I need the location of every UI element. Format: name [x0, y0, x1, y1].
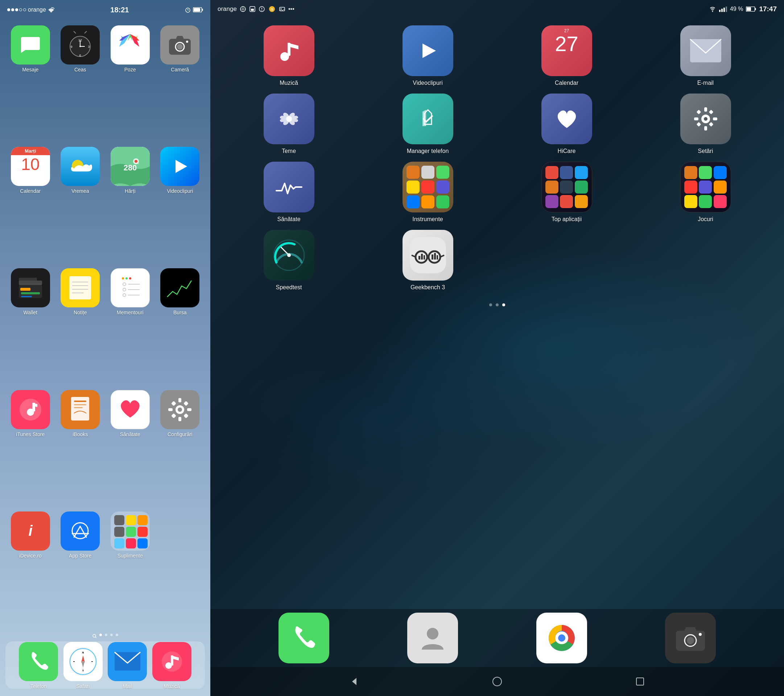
- android-app-geekbench[interactable]: Geekbench 3: [364, 230, 492, 291]
- android-app-setari[interactable]: Setări: [641, 94, 769, 155]
- android-wifi-icon: [709, 6, 716, 12]
- ios-carrier: orange: [28, 7, 46, 13]
- android-row-4: Speedtest: [225, 230, 769, 291]
- svg-point-48: [125, 277, 128, 280]
- android-recents-btn[interactable]: [635, 676, 645, 686]
- android-dock-chrome[interactable]: [536, 613, 587, 663]
- page-dot-1[interactable]: [99, 633, 102, 636]
- android-app-manager[interactable]: Manager telefon: [364, 94, 492, 155]
- ios-app-icon-configurari: [160, 390, 199, 429]
- ios-app-icon-vremea: [61, 147, 100, 186]
- ios-page-dots: [0, 630, 210, 642]
- android-status-left: orange G •••: [217, 5, 295, 13]
- ios-app-wallet[interactable]: Wallet: [7, 268, 54, 380]
- ios-app-sanatate[interactable]: Sănătate: [107, 390, 153, 501]
- page-dot-4[interactable]: [116, 633, 118, 636]
- android-icon-manager: [402, 94, 453, 144]
- svg-rect-130: [418, 256, 420, 260]
- ios-app-camera[interactable]: Cameră: [157, 25, 203, 137]
- ios-app-label-notite: Notițe: [74, 309, 87, 315]
- android-app-instrumente[interactable]: Instrumente: [364, 162, 492, 222]
- android-app-speedtest[interactable]: Speedtest: [225, 230, 353, 291]
- ios-app-notite[interactable]: Notițe: [57, 268, 104, 380]
- ios-app-vremea[interactable]: Vremea: [57, 147, 104, 258]
- android-page-dots: [225, 298, 769, 312]
- ios-app-suplimente[interactable]: Suplimente: [107, 512, 153, 623]
- ios-app-appstore[interactable]: App Store: [57, 512, 104, 623]
- svg-line-73: [80, 527, 86, 537]
- android-icon-muzica: [264, 25, 315, 76]
- svg-text:i: i: [28, 523, 33, 539]
- android-dock-telefon[interactable]: [278, 613, 329, 663]
- svg-rect-50: [165, 273, 194, 302]
- svg-rect-61: [178, 398, 181, 402]
- android-dock-contacts[interactable]: [407, 613, 458, 663]
- ios-screen: orange 18:21 Mesaje: [0, 0, 210, 696]
- ios-dock-safari[interactable]: N S Safari: [63, 642, 103, 689]
- svg-point-27: [135, 160, 137, 163]
- android-more-dots: •••: [288, 6, 295, 12]
- ios-app-icon-wallet: [11, 268, 50, 308]
- page-dot-2[interactable]: [105, 633, 107, 636]
- svg-line-15: [74, 31, 76, 33]
- ios-app-configurari[interactable]: Configurări: [157, 390, 203, 501]
- android-page-dot-3[interactable]: [502, 303, 505, 306]
- wifi-icon: [48, 7, 54, 12]
- page-dot-3[interactable]: [110, 633, 113, 636]
- android-app-email[interactable]: E-mail: [641, 25, 769, 86]
- android-app-muzica[interactable]: Muzică: [225, 25, 353, 86]
- ios-dock-muzica[interactable]: Muzică: [152, 642, 191, 689]
- ios-app-ceas[interactable]: 12 6 9 3 Ceas: [57, 25, 104, 137]
- android-home-btn[interactable]: [492, 676, 502, 686]
- android-row-3: Sănătate Instrumente: [225, 162, 769, 222]
- ios-app-ibooks[interactable]: iBooks: [57, 390, 104, 501]
- svg-rect-131: [421, 254, 423, 260]
- android-label-muzica: Muzică: [280, 80, 298, 86]
- android-app-sanatate[interactable]: Sănătate: [225, 162, 353, 222]
- android-icon-hicare: [542, 94, 592, 144]
- svg-rect-56: [74, 404, 86, 405]
- ios-app-icon-idevice: i: [11, 512, 50, 551]
- ios-app-videoclipuri[interactable]: Videoclipuri: [157, 147, 203, 258]
- android-label-speedtest: Speedtest: [276, 284, 302, 291]
- ios-apps-grid: Mesaje 12 6 9 3 Ceas: [0, 18, 210, 630]
- android-row-1: Muzică Videoclipuri 27 27 Calendar: [225, 25, 769, 86]
- android-app-hicare[interactable]: HiCare: [502, 94, 631, 155]
- android-page-dot-2[interactable]: [496, 303, 499, 306]
- svg-text:G: G: [270, 8, 273, 11]
- android-app-topapps[interactable]: Top aplicații: [502, 162, 631, 222]
- ios-app-itunes[interactable]: iTunes Store: [7, 390, 54, 501]
- ios-app-mementouri[interactable]: Mementouri: [107, 268, 153, 380]
- svg-rect-117: [696, 110, 701, 115]
- android-dock-camera[interactable]: [665, 613, 716, 663]
- svg-rect-134: [434, 253, 436, 260]
- ios-app-harti[interactable]: 280 A Hărți: [107, 147, 153, 258]
- ios-dock-mail[interactable]: Mail: [108, 642, 147, 689]
- android-app-teme[interactable]: Teme: [225, 94, 353, 155]
- svg-rect-33: [21, 292, 40, 295]
- ios-app-label-configurari: Configurări: [168, 431, 192, 437]
- ios-app-calendar[interactable]: Marți 10 Calendar: [7, 147, 54, 258]
- ios-dock: Telefon N S Safari: [5, 642, 205, 689]
- android-app-video[interactable]: Videoclipuri: [364, 25, 492, 86]
- ios-dock-label-safari: Safari: [76, 683, 90, 689]
- android-dock-icon-contacts: [407, 613, 458, 663]
- ios-app-idevice[interactable]: i iDevice.ro: [7, 512, 54, 623]
- battery-icon: [193, 7, 203, 12]
- svg-rect-116: [713, 117, 717, 120]
- android-icon-topapps: [542, 162, 592, 212]
- android-nav-bar: [210, 667, 784, 696]
- android-page-dot-1[interactable]: [489, 303, 492, 306]
- ios-app-bursa[interactable]: Bursa: [157, 268, 203, 380]
- android-app-jocuri[interactable]: Jocuri: [641, 162, 769, 222]
- ios-dock-telefon[interactable]: Telefon: [19, 642, 58, 689]
- ios-app-mesaje[interactable]: Mesaje: [7, 25, 54, 137]
- ios-app-poze[interactable]: Poze: [107, 25, 153, 137]
- android-icon-sanatate: [264, 162, 315, 212]
- android-back-btn[interactable]: [349, 676, 359, 686]
- ios-app-label-idevice: iDevice.ro: [19, 553, 42, 559]
- ios-app-label-mementouri: Mementouri: [117, 309, 143, 315]
- ios-dock-icon-telefon: [19, 642, 58, 681]
- android-app-calendar[interactable]: 27 27 Calendar: [502, 25, 631, 86]
- svg-rect-4: [194, 8, 200, 12]
